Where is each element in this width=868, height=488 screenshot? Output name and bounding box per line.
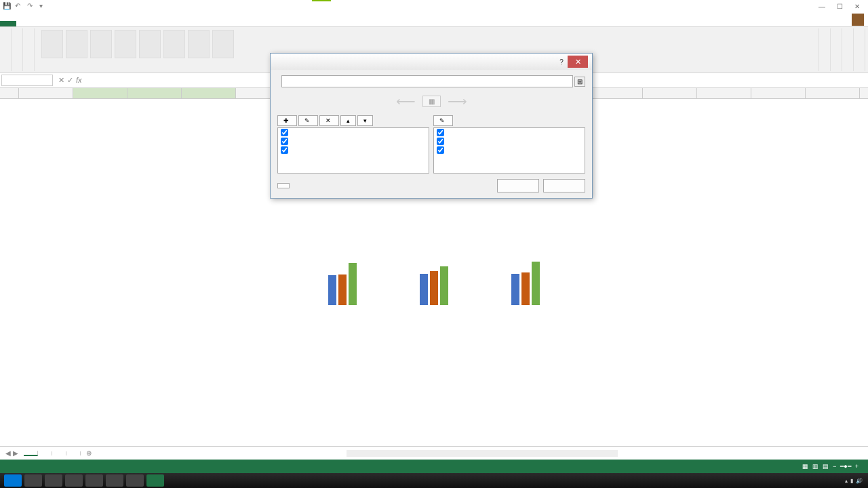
tray-up-icon[interactable]: ▴	[845, 478, 848, 484]
add-icon: ✚	[283, 117, 289, 124]
qat-more-icon[interactable]: ▾	[39, 2, 47, 10]
add-series-button[interactable]: ✚	[277, 115, 297, 126]
add-sheet-icon[interactable]: ⊕	[81, 449, 97, 457]
chart-data-range-input[interactable]	[281, 75, 573, 87]
move-down-button[interactable]: ▾	[357, 115, 373, 126]
file-tab[interactable]	[0, 21, 16, 26]
tab-data[interactable]	[71, 21, 84, 26]
edit-series-button[interactable]: ✎	[298, 115, 318, 126]
col-header[interactable]	[643, 88, 697, 98]
chart-style-icon[interactable]	[188, 30, 210, 58]
sheet-tab-biomass[interactable]	[38, 451, 52, 455]
app-icon[interactable]	[106, 474, 123, 487]
series-item	[278, 146, 429, 155]
hscroll-track[interactable]	[347, 450, 618, 457]
edit-axis-button[interactable]: ✎	[433, 115, 453, 126]
redo-icon[interactable]: ↷	[27, 2, 35, 10]
title-bar: 💾 ↶ ↷ ▾ — ☐ ✕	[0, 0, 868, 12]
series-checkbox[interactable]	[281, 129, 288, 136]
select-all-corner[interactable]	[0, 88, 19, 98]
tab-formulas[interactable]	[57, 21, 71, 26]
app-icon[interactable]	[126, 474, 144, 487]
cancel-button[interactable]	[543, 179, 585, 192]
remove-series-button[interactable]: ✕	[319, 115, 339, 126]
series-item	[278, 137, 429, 146]
move-up-button[interactable]: ▴	[340, 115, 356, 126]
quick-access-toolbar: 💾 ↶ ↷ ▾	[3, 2, 47, 10]
sheet-tab-measurement[interactable]	[66, 451, 81, 455]
maximize-icon[interactable]: ☐	[831, 3, 848, 10]
view-break-icon[interactable]: ▤	[823, 463, 829, 470]
col-header[interactable]	[19, 88, 73, 98]
help-icon[interactable]: ?	[555, 58, 568, 66]
series-list[interactable]	[277, 127, 429, 174]
zoom-out-icon[interactable]: −	[833, 463, 836, 470]
category-checkbox[interactable]	[437, 138, 444, 145]
chart-style-icon[interactable]	[90, 30, 112, 58]
status-bar: ▦ ▥ ▤ − ━●━ +	[0, 460, 868, 473]
close-window-icon[interactable]: ✕	[849, 3, 865, 10]
tray-network-icon[interactable]: ▮	[850, 478, 853, 484]
category-item	[434, 146, 585, 155]
undo-icon[interactable]: ↶	[15, 2, 23, 10]
col-header[interactable]	[806, 88, 860, 98]
sheet-nav-prev[interactable]: ◀ ▶	[0, 449, 24, 457]
explorer-icon[interactable]	[45, 474, 62, 487]
fx-icon[interactable]: fx	[76, 76, 82, 85]
close-icon[interactable]: ✕	[568, 56, 588, 68]
tab-design[interactable]	[111, 21, 125, 26]
view-normal-icon[interactable]: ▦	[802, 463, 808, 470]
minimize-icon[interactable]: —	[814, 3, 830, 10]
chart-style-icon[interactable]	[163, 30, 185, 58]
series-checkbox[interactable]	[281, 146, 288, 154]
excel-icon[interactable]	[146, 474, 164, 487]
name-box[interactable]	[1, 75, 53, 86]
series-checkbox[interactable]	[281, 138, 288, 145]
cancel-formula-icon[interactable]: ✕	[58, 76, 64, 85]
save-icon[interactable]: 💾	[3, 2, 11, 10]
chart-style-icon[interactable]	[212, 30, 234, 58]
category-list[interactable]	[433, 127, 585, 174]
chart-style-icon[interactable]	[41, 30, 63, 58]
start-icon[interactable]	[4, 474, 22, 487]
arrow-left-icon: ⟵	[396, 93, 416, 109]
sheet-tabs: ◀ ▶ ⊕	[0, 446, 868, 460]
col-header[interactable]	[127, 88, 182, 98]
app-icon[interactable]	[65, 474, 83, 487]
category-checkbox[interactable]	[437, 146, 444, 154]
chart-style-icon[interactable]	[139, 30, 161, 58]
zoom-in-icon[interactable]: +	[855, 463, 859, 470]
col-header[interactable]	[751, 88, 806, 98]
sheet-tab-leaf[interactable]	[52, 451, 66, 455]
range-selector-icon[interactable]: ⊞	[574, 77, 585, 87]
ok-button[interactable]	[497, 179, 539, 192]
tray-volume-icon[interactable]: 🔊	[856, 478, 863, 484]
tab-format[interactable]	[125, 21, 138, 26]
tab-review[interactable]	[84, 21, 98, 26]
zoom-slider[interactable]: ━●━	[840, 463, 850, 470]
category-item	[434, 137, 585, 146]
chart-style-icon[interactable]	[115, 30, 136, 58]
view-page-icon[interactable]: ▥	[812, 463, 818, 470]
sheet-tab-pigments[interactable]	[24, 451, 38, 456]
embedded-chart[interactable]	[298, 237, 570, 305]
col-header[interactable]	[73, 88, 127, 98]
tab-home[interactable]	[16, 21, 30, 26]
category-checkbox[interactable]	[437, 129, 444, 136]
chrome-icon[interactable]	[85, 474, 103, 487]
col-header[interactable]	[182, 88, 236, 98]
chart-style-icon[interactable]	[66, 30, 87, 58]
switch-row-column-button[interactable]: ▦	[422, 96, 441, 107]
category-item	[434, 128, 585, 137]
ie-icon[interactable]	[24, 474, 42, 487]
edit-icon: ✎	[304, 117, 310, 124]
tab-page-layout[interactable]	[43, 21, 57, 26]
windows-taskbar: ▴ ▮ 🔊	[0, 473, 868, 488]
avatar[interactable]	[852, 14, 864, 26]
enter-formula-icon[interactable]: ✓	[67, 76, 73, 85]
col-header[interactable]	[589, 88, 643, 98]
col-header[interactable]	[697, 88, 751, 98]
tab-insert[interactable]	[30, 21, 43, 26]
hidden-empty-cells-button[interactable]	[277, 183, 290, 188]
tab-view[interactable]	[98, 21, 111, 26]
